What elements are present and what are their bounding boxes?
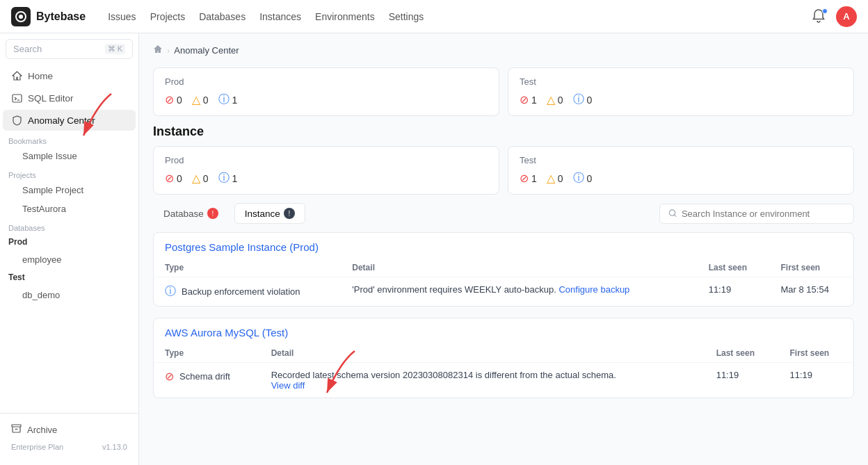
- inst-test-warn: △ 0: [547, 172, 563, 185]
- env-prod-icons: ⊘ 0 △ 0 ⓘ 1: [165, 92, 488, 107]
- row-icon-error: ⊘: [165, 370, 174, 383]
- db-group-test: Test: [0, 269, 138, 286]
- breadcrumb-home[interactable]: [153, 44, 163, 56]
- sidebar-item-employee[interactable]: employee: [3, 251, 136, 268]
- logo[interactable]: Bytebase: [11, 7, 86, 26]
- nav-settings[interactable]: Settings: [389, 11, 424, 22]
- row-last-seen-1: 11:19: [698, 277, 770, 307]
- instance-search-input[interactable]: [682, 209, 845, 219]
- inst-test-title: Test: [520, 155, 842, 165]
- databases-section-label: Databases: [0, 218, 138, 234]
- instance-search[interactable]: [659, 204, 854, 224]
- sidebar-item-test-aurora[interactable]: TestAurora: [3, 200, 136, 218]
- row-type-1: ⓘ Backup enforcement violation: [154, 277, 341, 307]
- tab-database[interactable]: Database !: [153, 203, 229, 224]
- sidebar-item-sample-project[interactable]: Sample Project: [3, 181, 136, 199]
- row-icon-info: ⓘ: [165, 284, 176, 299]
- nav-right: A: [811, 6, 857, 27]
- shield-icon: [11, 115, 22, 126]
- env-test-warn: △ 0: [547, 93, 563, 106]
- row-detail-1: 'Prod' environment requires WEEKLY auto-…: [341, 277, 697, 307]
- env-prod-info-count: 1: [232, 95, 238, 106]
- plan-label: Enterprise Plan: [11, 443, 63, 451]
- sidebar-item-archive[interactable]: Archive: [6, 419, 133, 440]
- inst-info-icon-test: ⓘ: [573, 171, 584, 186]
- sidebar-item-sql-editor[interactable]: SQL Editor: [3, 88, 136, 108]
- env-test-info-count: 0: [587, 95, 593, 106]
- nav-projects[interactable]: Projects: [150, 11, 186, 22]
- db-demo-label: db_demo: [22, 290, 60, 300]
- notification-dot: [822, 8, 828, 14]
- inst-prod-warn: △ 0: [192, 172, 209, 185]
- test-aurora-label: TestAurora: [22, 204, 66, 214]
- inst-prod-error: ⊘ 0: [165, 172, 182, 185]
- svg-point-2: [19, 15, 23, 19]
- instance-aurora: AWS Aurora MySQL (Test) Type Detail Last…: [153, 318, 854, 398]
- home-icon: [11, 70, 22, 81]
- env-test-warn-count: 0: [558, 95, 563, 106]
- env-card-prod: Prod ⊘ 0 △ 0 ⓘ 1: [153, 67, 499, 116]
- sidebar-item-home[interactable]: Home: [3, 65, 136, 86]
- main-content: › Anomaly Center Prod ⊘ 0 △ 0 ⓘ: [139, 33, 868, 465]
- sidebar-item-sample-issue[interactable]: Sample Issue: [3, 147, 136, 165]
- instance-postgres-title[interactable]: Postgres Sample Instance (Prod): [154, 233, 853, 253]
- warn-triangle-icon-test: △: [547, 93, 555, 106]
- sidebar-item-anomaly-center[interactable]: Anomaly Center: [3, 110, 136, 131]
- search-bar[interactable]: Search ⌘ K: [6, 39, 133, 59]
- info-circle-icon: ⓘ: [218, 92, 230, 107]
- search-kbd: ⌘ K: [105, 44, 125, 54]
- notification-bell[interactable]: [811, 8, 828, 25]
- archive-icon: [11, 423, 22, 436]
- inst-warn-icon-prod: △: [192, 172, 200, 185]
- inst-test-info-count: 0: [587, 173, 593, 184]
- table-row: ⊘ Schema drift Recorded latest schema ve…: [154, 363, 853, 398]
- version-label: v1.13.0: [102, 443, 127, 451]
- col-first-seen-1: First seen: [769, 259, 853, 277]
- logo-text: Bytebase: [36, 10, 86, 23]
- col-detail-1: Detail: [341, 259, 697, 277]
- info-circle-icon-test: ⓘ: [573, 92, 584, 107]
- top-nav: Bytebase Issues Projects Databases Insta…: [0, 0, 868, 33]
- row-type-2: ⊘ Schema drift: [154, 363, 260, 398]
- configure-backup-link[interactable]: Configure backup: [558, 284, 629, 295]
- user-avatar[interactable]: A: [836, 6, 857, 27]
- inst-error-icon-test: ⊘: [520, 172, 529, 185]
- search-label: Search: [13, 44, 42, 54]
- sample-issue-label: Sample Issue: [22, 151, 77, 161]
- sidebar-item-home-label: Home: [28, 71, 53, 81]
- main-layout: Search ⌘ K Home SQL Editor Anomaly Cente…: [0, 33, 868, 465]
- nav-databases[interactable]: Databases: [199, 11, 246, 22]
- row-first-seen-1: Mar 8 15:54: [769, 277, 853, 307]
- inst-prod-title: Prod: [165, 155, 488, 165]
- sidebar-item-db-demo[interactable]: db_demo: [3, 286, 136, 304]
- inst-card-prod: Prod ⊘ 0 △ 0 ⓘ 1: [153, 146, 499, 195]
- nav-instances[interactable]: Instances: [259, 11, 301, 22]
- plan-info: Enterprise Plan v1.13.0: [6, 440, 133, 454]
- col-type-2: Type: [154, 344, 260, 363]
- inst-test-info: ⓘ 0: [573, 171, 593, 186]
- tab-instance-badge: !: [284, 208, 295, 219]
- instance-section-heading: Instance: [153, 124, 854, 139]
- db-group-prod: Prod: [0, 234, 138, 250]
- col-last-seen-1: Last seen: [698, 259, 770, 277]
- env-test-icons: ⊘ 1 △ 0 ⓘ 0: [520, 92, 842, 107]
- nav-environments[interactable]: Environments: [315, 11, 375, 22]
- sidebar-item-sql-editor-label: SQL Editor: [28, 93, 74, 104]
- col-last-seen-2: Last seen: [705, 344, 779, 363]
- tab-instance[interactable]: Instance !: [234, 203, 305, 224]
- env-test-title: Test: [520, 76, 842, 87]
- svg-rect-4: [12, 425, 21, 427]
- employee-label: employee: [22, 254, 61, 265]
- instance-aurora-title[interactable]: AWS Aurora MySQL (Test): [154, 318, 853, 338]
- bookmarks-section-label: Bookmarks: [0, 131, 138, 147]
- inst-test-error-count: 1: [531, 173, 537, 184]
- env-card-test: Test ⊘ 1 △ 0 ⓘ 0: [508, 67, 854, 116]
- nav-issues[interactable]: Issues: [108, 11, 136, 22]
- inst-prod-icons: ⊘ 0 △ 0 ⓘ 1: [165, 171, 488, 186]
- inst-prod-error-count: 0: [177, 173, 182, 184]
- env-prod-title: Prod: [165, 76, 488, 87]
- view-diff-link[interactable]: View diff: [271, 380, 305, 391]
- tab-instance-label: Instance: [245, 209, 280, 219]
- nav-links: Issues Projects Databases Instances Envi…: [108, 11, 794, 22]
- instance-summary: Prod ⊘ 0 △ 0 ⓘ 1 Test: [153, 146, 854, 195]
